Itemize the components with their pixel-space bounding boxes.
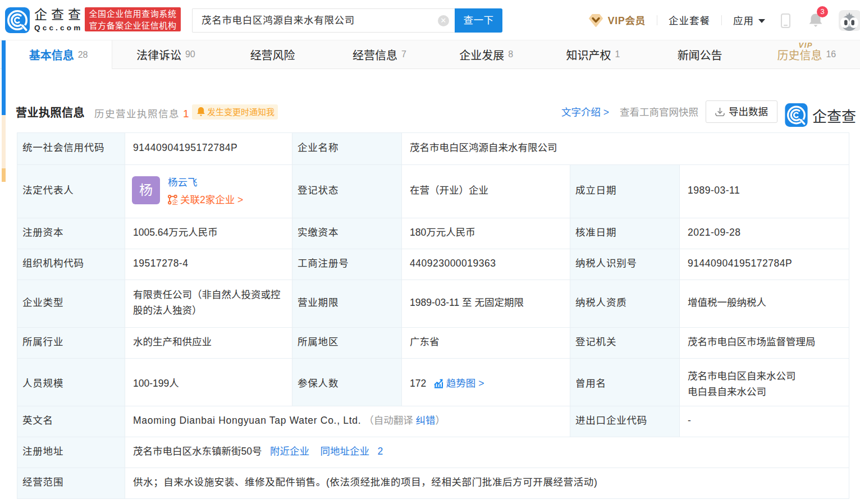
svg-text:企: 企	[172, 198, 178, 205]
